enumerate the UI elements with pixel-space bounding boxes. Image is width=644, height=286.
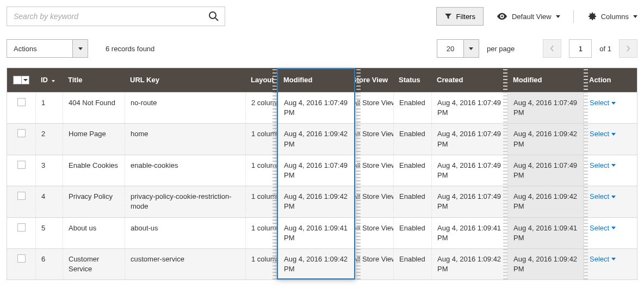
cell-modified-ghost: Aug 4, 2016 1:09:42 PM xyxy=(507,124,584,154)
cell-id: 6 xyxy=(35,249,63,279)
funnel-icon xyxy=(444,13,452,20)
cell-store: All Store Views xyxy=(355,249,393,279)
page-of-label: of 1 xyxy=(599,45,611,53)
chevron-down-icon xyxy=(556,15,560,18)
cell-title: About us xyxy=(63,218,125,248)
search-box[interactable] xyxy=(7,7,225,26)
cell-id: 1 xyxy=(35,93,63,123)
cell-store: All Store Views xyxy=(355,124,393,154)
table-row[interactable]: 2Home Pagehome1 columnAug 4, 2016 1:09:4… xyxy=(7,123,637,154)
columns-button[interactable]: Columns xyxy=(587,11,637,21)
row-checkbox-cell xyxy=(7,93,35,123)
cell-status: Enabled xyxy=(393,124,431,154)
cell-store: All Store Views xyxy=(355,155,393,186)
cell-store: All Store Views xyxy=(355,218,393,248)
records-found: 6 records found xyxy=(106,45,154,53)
search-input[interactable] xyxy=(7,12,203,21)
col-modified-dragging[interactable]: Modified xyxy=(278,68,355,92)
chevron-down-icon xyxy=(611,133,616,136)
cell-id: 2 xyxy=(35,124,63,154)
per-page-label: per page xyxy=(487,45,515,53)
chevron-down-icon xyxy=(611,227,616,229)
cell-url: no-route xyxy=(125,93,245,123)
prev-page-button[interactable] xyxy=(543,39,561,58)
chevron-down-icon[interactable] xyxy=(72,40,88,57)
chevron-down-icon[interactable] xyxy=(463,40,479,57)
page-input[interactable] xyxy=(569,39,592,58)
cell-title: Privacy Policy xyxy=(63,186,125,217)
columns-label: Columns xyxy=(601,13,629,21)
table-row[interactable]: 5About usabout-us1 columnAug 4, 2016 1:0… xyxy=(7,217,637,248)
col-action[interactable]: Action xyxy=(584,68,638,92)
cell-created: Aug 4, 2016 1:07:49 PM xyxy=(431,186,507,217)
select-all-checkbox[interactable] xyxy=(13,76,22,84)
col-created[interactable]: Created xyxy=(431,68,507,92)
cell-modified: Aug 4, 2016 1:07:49 PM xyxy=(278,93,355,123)
cell-layout: 1 column xyxy=(245,124,278,154)
select-action[interactable]: Select xyxy=(590,254,616,264)
col-title[interactable]: Title xyxy=(63,68,125,92)
select-action[interactable]: Select xyxy=(590,98,616,108)
row-checkbox[interactable] xyxy=(17,129,26,137)
per-page-select[interactable]: 20 xyxy=(437,39,479,58)
cell-modified-ghost: Aug 4, 2016 1:09:42 PM xyxy=(507,186,584,217)
cell-layout: 1 column xyxy=(245,249,278,279)
table-row[interactable]: 6Customer Servicecustomer-service1 colum… xyxy=(7,248,637,279)
table-row[interactable]: 1404 Not Foundno-route2 columns with rig… xyxy=(7,92,637,123)
actions-dropdown[interactable]: Actions xyxy=(7,39,88,58)
search-icon[interactable] xyxy=(203,11,225,22)
chevron-down-icon xyxy=(611,164,616,167)
col-store[interactable]: Store View xyxy=(355,68,393,92)
row-checkbox[interactable] xyxy=(17,161,26,169)
default-view-label: Default View xyxy=(512,13,552,21)
cell-action: Select xyxy=(584,124,638,154)
cell-status: Enabled xyxy=(393,93,431,123)
row-checkbox[interactable] xyxy=(17,223,26,232)
filters-button[interactable]: Filters xyxy=(436,7,484,26)
cell-modified-ghost: Aug 4, 2016 1:09:41 PM xyxy=(507,218,584,248)
cell-url: enable-cookies xyxy=(125,155,245,186)
col-layout[interactable]: Layout xyxy=(245,68,278,92)
next-page-button[interactable] xyxy=(619,39,637,58)
default-view-button[interactable]: Default View xyxy=(497,13,560,21)
cell-url: about-us xyxy=(125,218,245,248)
cell-created: Aug 4, 2016 1:09:41 PM xyxy=(431,218,507,248)
cell-modified-ghost: Aug 4, 2016 1:07:49 PM xyxy=(507,155,584,186)
cell-action: Select xyxy=(584,155,638,186)
row-checkbox[interactable] xyxy=(17,98,26,106)
select-action[interactable]: Select xyxy=(590,192,616,202)
cell-status: Enabled xyxy=(393,249,431,279)
chevron-down-icon[interactable] xyxy=(22,76,29,84)
cell-store: All Store Views xyxy=(355,93,393,123)
select-action[interactable]: Select xyxy=(590,223,616,233)
per-page-value: 20 xyxy=(437,40,463,57)
table-row[interactable]: 3Enable Cookiesenable-cookies1 columnAug… xyxy=(7,155,637,186)
gear-icon xyxy=(587,11,597,21)
cell-store: All Store Views xyxy=(355,186,393,217)
row-checkbox-cell xyxy=(7,249,35,279)
row-checkbox[interactable] xyxy=(17,254,26,263)
cell-action: Select xyxy=(584,93,638,123)
cell-url: customer-service xyxy=(125,249,245,279)
select-action[interactable]: Select xyxy=(590,129,616,139)
row-checkbox-cell xyxy=(7,218,35,248)
col-id[interactable]: ID xyxy=(35,68,63,92)
select-action[interactable]: Select xyxy=(590,161,616,171)
col-modified-ghost[interactable]: Modified xyxy=(507,68,584,92)
row-checkbox[interactable] xyxy=(17,192,26,200)
cell-id: 3 xyxy=(35,155,63,186)
cell-created: Aug 4, 2016 1:07:49 PM xyxy=(431,124,507,154)
cell-created: Aug 4, 2016 1:07:49 PM xyxy=(431,93,507,123)
svg-line-1 xyxy=(215,18,218,21)
cell-layout: 1 column xyxy=(245,218,278,248)
cell-id: 4 xyxy=(35,186,63,217)
cell-modified-ghost: Aug 4, 2016 1:07:49 PM xyxy=(507,93,584,123)
cell-modified-ghost: Aug 4, 2016 1:09:42 PM xyxy=(507,249,584,279)
table-row[interactable]: 4Privacy Policyprivacy-policy-cookie-res… xyxy=(7,186,637,217)
cell-modified: Aug 4, 2016 1:09:42 PM xyxy=(278,249,355,279)
svg-point-2 xyxy=(501,15,503,17)
select-all-header[interactable] xyxy=(7,68,35,92)
col-status[interactable]: Status xyxy=(393,68,431,92)
col-url[interactable]: URL Key xyxy=(125,68,245,92)
svg-point-0 xyxy=(209,12,216,19)
